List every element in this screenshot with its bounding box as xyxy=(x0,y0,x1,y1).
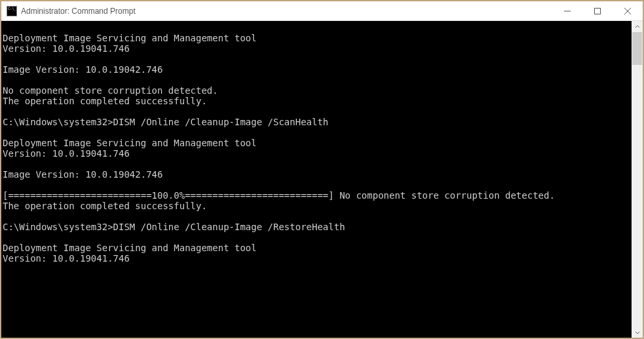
output-line xyxy=(3,232,632,243)
output-line: Image Version: 10.0.19042.746 xyxy=(3,64,632,75)
scroll-track[interactable] xyxy=(632,32,643,327)
output-line: Deployment Image Servicing and Managemen… xyxy=(3,243,632,253)
scroll-up-button[interactable] xyxy=(632,21,643,32)
vertical-scrollbar[interactable] xyxy=(632,21,643,338)
output-line: Image Version: 10.0.19042.746 xyxy=(3,169,632,180)
output-line: C:\Windows\system32>DISM /Online /Cleanu… xyxy=(3,222,632,232)
window-controls xyxy=(552,1,643,20)
output-line xyxy=(3,127,632,138)
window-title: Administrator: Command Prompt xyxy=(21,7,552,16)
minimize-icon xyxy=(564,8,571,14)
output-line xyxy=(3,106,632,117)
console-output[interactable]: Deployment Image Servicing and Managemen… xyxy=(1,21,632,338)
chevron-up-icon xyxy=(635,24,640,30)
output-line xyxy=(3,180,632,190)
output-line xyxy=(3,22,632,33)
output-line: C:\Windows\system32>DISM /Online /Cleanu… xyxy=(3,117,632,127)
close-button[interactable] xyxy=(613,1,643,20)
output-line: No component store corruption detected. xyxy=(3,85,632,96)
maximize-button[interactable] xyxy=(582,1,613,20)
scroll-thumb[interactable] xyxy=(632,32,642,65)
output-line: Version: 10.0.19041.746 xyxy=(3,148,632,159)
output-line: Version: 10.0.19041.746 xyxy=(3,253,632,264)
output-line xyxy=(3,211,632,222)
output-line: [==========================100.0%=======… xyxy=(3,190,632,201)
minimize-button[interactable] xyxy=(552,1,582,20)
console-area: Deployment Image Servicing and Managemen… xyxy=(1,21,643,338)
svg-rect-1 xyxy=(595,8,601,14)
maximize-icon xyxy=(594,8,601,14)
output-line: Deployment Image Servicing and Managemen… xyxy=(3,138,632,148)
output-line: The operation completed successfully. xyxy=(3,96,632,106)
scroll-down-button[interactable] xyxy=(632,327,643,338)
output-line xyxy=(3,159,632,169)
output-line: Deployment Image Servicing and Managemen… xyxy=(3,33,632,43)
close-icon xyxy=(624,8,631,14)
chevron-down-icon xyxy=(635,330,640,335)
output-line xyxy=(3,75,632,85)
output-line xyxy=(3,54,632,64)
titlebar[interactable]: Administrator: Command Prompt xyxy=(1,1,643,21)
command-prompt-window: Administrator: Command Prompt Deployment… xyxy=(1,1,643,338)
output-line: Version: 10.0.19041.746 xyxy=(3,43,632,54)
output-line: The operation completed successfully. xyxy=(3,201,632,211)
cmd-icon xyxy=(7,6,17,16)
